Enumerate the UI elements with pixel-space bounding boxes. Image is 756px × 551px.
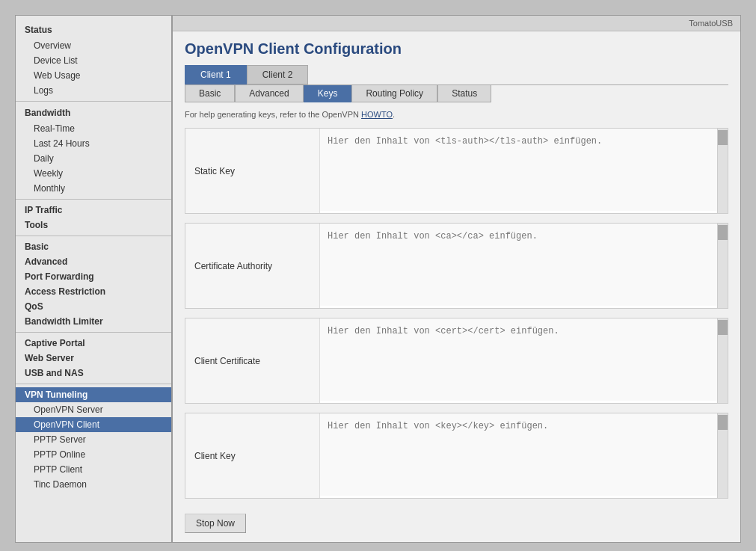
static-key-textarea[interactable]	[320, 129, 728, 211]
sidebar-item-openvpn-client[interactable]: OpenVPN Client	[16, 417, 171, 432]
tab-keys[interactable]: Keys	[304, 85, 352, 102]
tab-basic[interactable]: Basic	[185, 85, 235, 102]
sidebar-item-web-server[interactable]: Web Server	[16, 351, 171, 366]
sidebar-divider-3	[16, 236, 171, 236]
bandwidth-section-label: Bandwidth	[16, 105, 171, 121]
client-key-wrapper	[320, 413, 728, 498]
cert-scrollbar	[717, 318, 728, 403]
help-text: For help generating keys, refer to the O…	[185, 110, 728, 119]
sidebar-item-web-usage[interactable]: Web Usage	[16, 68, 171, 83]
client-key-label: Client Key	[185, 413, 320, 498]
sub-tabs: Basic Advanced Keys Routing Policy Statu…	[185, 84, 728, 102]
sidebar-item-tinc-daemon[interactable]: Tinc Daemon	[16, 477, 171, 492]
ca-scrollbar-thumb	[718, 225, 728, 240]
tab-routing-policy[interactable]: Routing Policy	[351, 85, 437, 102]
sidebar-item-port-forwarding[interactable]: Port Forwarding	[16, 269, 171, 284]
stop-now-button[interactable]: Stop Now	[185, 514, 246, 533]
ca-wrapper	[320, 224, 728, 308]
tab-advanced[interactable]: Advanced	[235, 85, 303, 102]
client-key-scrollbar	[717, 413, 728, 498]
sidebar: Status Overview Device List Web Usage Lo…	[15, 15, 172, 543]
sidebar-item-device-list[interactable]: Device List	[16, 53, 171, 68]
sidebar-divider-5	[16, 384, 171, 384]
client-key-textarea[interactable]	[320, 413, 728, 496]
ca-section: Certificate Authority	[185, 223, 728, 309]
static-key-label: Static Key	[185, 129, 320, 213]
sidebar-divider-4	[16, 332, 171, 333]
sidebar-item-access-restriction[interactable]: Access Restriction	[16, 284, 171, 299]
client-tabs: Client 1 Client 2	[185, 65, 728, 84]
main-content: TomatoUSB OpenVPN Client Configuration C…	[172, 15, 741, 543]
sidebar-item-openvpn-server[interactable]: OpenVPN Server	[16, 402, 171, 417]
sidebar-item-pptp-online[interactable]: PPTP Online	[16, 447, 171, 462]
top-bar: TomatoUSB	[173, 16, 740, 31]
sidebar-divider-1	[16, 101, 171, 102]
sidebar-item-pptp-client[interactable]: PPTP Client	[16, 462, 171, 477]
cert-scrollbar-thumb	[718, 320, 728, 335]
sidebar-item-qos[interactable]: QoS	[16, 299, 171, 314]
tab-client-1[interactable]: Client 1	[185, 65, 247, 84]
sidebar-item-logs[interactable]: Logs	[16, 83, 171, 98]
sidebar-item-advanced[interactable]: Advanced	[16, 254, 171, 269]
howto-link[interactable]: HOWTO	[361, 110, 393, 119]
sidebar-item-usb-and-nas[interactable]: USB and NAS	[16, 366, 171, 381]
ca-label: Certificate Authority	[185, 224, 320, 308]
sidebar-divider-2	[16, 199, 171, 200]
sidebar-item-ip-traffic[interactable]: IP Traffic	[16, 203, 171, 218]
sidebar-item-overview[interactable]: Overview	[16, 38, 171, 53]
client-key-scrollbar-thumb	[718, 415, 728, 430]
sidebar-item-tools[interactable]: Tools	[16, 218, 171, 233]
static-key-scrollbar	[717, 129, 728, 213]
static-key-scrollbar-thumb	[718, 130, 728, 145]
ca-scrollbar	[717, 224, 728, 308]
sidebar-item-vpn-tunneling[interactable]: VPN Tunneling	[16, 387, 171, 402]
tab-status[interactable]: Status	[437, 85, 491, 102]
sidebar-item-weekly[interactable]: Weekly	[16, 166, 171, 181]
ca-textarea[interactable]	[320, 224, 728, 306]
content-area: OpenVPN Client Configuration Client 1 Cl…	[173, 31, 740, 542]
cert-wrapper	[320, 318, 728, 403]
sidebar-item-monthly[interactable]: Monthly	[16, 181, 171, 196]
sidebar-item-bandwidth-limiter[interactable]: Bandwidth Limiter	[16, 314, 171, 329]
sidebar-item-basic[interactable]: Basic	[16, 239, 171, 254]
sidebar-item-real-time[interactable]: Real-Time	[16, 121, 171, 136]
page-title: OpenVPN Client Configuration	[185, 40, 728, 58]
static-key-wrapper	[320, 129, 728, 213]
cert-textarea[interactable]	[320, 318, 728, 401]
sidebar-item-pptp-server[interactable]: PPTP Server	[16, 432, 171, 447]
tab-client-2[interactable]: Client 2	[247, 65, 309, 84]
static-key-section: Static Key	[185, 128, 728, 214]
client-key-section: Client Key	[185, 413, 728, 499]
brand-label: TomatoUSB	[689, 19, 733, 28]
sidebar-item-last-24-hours[interactable]: Last 24 Hours	[16, 136, 171, 151]
cert-section: Client Certificate	[185, 318, 728, 404]
status-section-label: Status	[16, 22, 171, 38]
sidebar-item-captive-portal[interactable]: Captive Portal	[16, 336, 171, 351]
sidebar-item-daily[interactable]: Daily	[16, 151, 171, 166]
cert-label: Client Certificate	[185, 318, 320, 403]
